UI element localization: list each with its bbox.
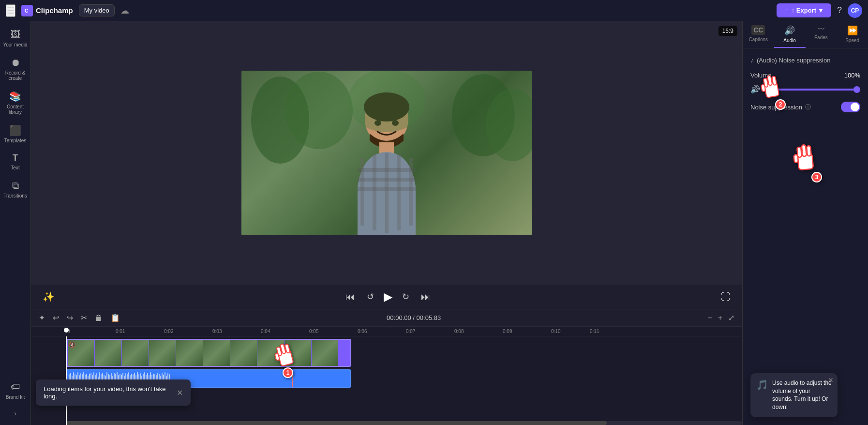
app-logo: C Clipchamp: [21, 5, 73, 16]
panel-section-title: ♪ (Audio) Noise suppression: [750, 56, 860, 64]
timeline-time: 00:00.00 / 00:05.83: [126, 314, 702, 321]
help-button[interactable]: ?: [837, 5, 842, 15]
redo-tool[interactable]: ↪: [65, 312, 75, 323]
user-avatar[interactable]: CP: [848, 3, 862, 18]
fades-tab-label: Fades: [814, 35, 828, 40]
export-chevron: ▾: [819, 7, 823, 14]
brand-kit-icon: 🏷: [11, 381, 20, 393]
right-panel-tabs: CC Captions 🔊 Audio 〰 Fades ⏩ Speed: [743, 21, 868, 48]
menu-button[interactable]: ☰: [6, 4, 15, 17]
loading-toast: Loading items for your video, this won't…: [36, 379, 191, 406]
sidebar-item-brand-kit[interactable]: 🏷 Brand kit: [0, 378, 30, 404]
forward-button[interactable]: ↻: [400, 289, 411, 304]
sidebar-item-content-library[interactable]: 📚 Content library: [0, 87, 30, 119]
auto-save-icon: ☁: [120, 5, 129, 16]
thumb-8: [257, 339, 284, 366]
delete-tool[interactable]: 🗑: [93, 313, 105, 323]
noise-suppression-text: Noise suppression: [750, 104, 802, 111]
export-label: ↑ Export: [792, 7, 816, 14]
ruler-mark-7: 0:07: [406, 329, 415, 334]
scrollbar-thumb: [66, 421, 607, 425]
transitions-label: Transitions: [3, 193, 27, 198]
export-button[interactable]: ↑ ↑ Export ▾: [777, 3, 831, 17]
tooltip-popup: 🎵 Use audio to adjust the volume of your…: [750, 373, 838, 417]
noise-suppression-row: Noise suppression ⓘ: [750, 102, 860, 112]
ruler-mark-11: 0:11: [590, 329, 599, 334]
duplicate-tool[interactable]: 📋: [108, 312, 122, 323]
sidebar-item-text[interactable]: T Text: [0, 149, 30, 174]
sidebar-item-templates[interactable]: ⬛ Templates: [0, 121, 30, 147]
video-track[interactable]: 🔇: [66, 339, 351, 367]
toggle-knob: [851, 103, 859, 111]
video-preview: [241, 71, 532, 235]
video-title[interactable]: My video: [79, 4, 115, 16]
ruler-mark-10: 0:10: [551, 329, 560, 334]
tab-fades[interactable]: 〰 Fades: [806, 21, 837, 48]
tooltip-close-button[interactable]: ✕: [828, 376, 834, 384]
audio-tab-icon: 🔊: [784, 25, 795, 36]
skip-forward-button[interactable]: ⏭: [419, 289, 433, 304]
toast-close-button[interactable]: ✕: [177, 388, 183, 397]
cut-tool[interactable]: ✂: [79, 312, 89, 323]
thumbnail-strip: [67, 340, 339, 366]
current-time: 00:00.00: [387, 314, 411, 321]
thumb-3: [122, 339, 149, 366]
transitions-icon: ⧉: [12, 180, 19, 191]
your-media-label: Your media: [3, 42, 27, 47]
skip-back-button[interactable]: ⏮: [344, 289, 357, 304]
timeline-toolbar: ✦ ↩ ↪ ✂ 🗑 📋 00:00.00 / 00:05.83 − + ⤢: [31, 309, 742, 327]
export-icon: ↑: [785, 7, 789, 14]
thumb-2: [95, 339, 121, 366]
snap-tool[interactable]: ✦: [37, 312, 47, 323]
timeline-ruler: 0 0:01 0:02 0:03 0:04 0:05 0:06 0:07 0:0…: [31, 327, 742, 336]
ruler-mark-3: 0:03: [212, 329, 222, 334]
right-panel-content: ♪ (Audio) Noise suppression Volume 100% …: [743, 48, 868, 373]
sidebar-expand-btn[interactable]: ›: [0, 406, 30, 421]
tab-captions[interactable]: CC Captions: [743, 21, 774, 48]
background-trees: [241, 71, 532, 169]
noise-info-icon[interactable]: ⓘ: [805, 103, 811, 111]
tooltip-emoji: 🎵: [756, 379, 768, 391]
ruler-mark-4: 0:04: [261, 329, 270, 334]
record-icon: ⏺: [11, 57, 20, 68]
templates-label: Templates: [4, 138, 27, 143]
ruler-mark-5: 0:05: [309, 329, 318, 334]
volume-slider-row: 🔊: [750, 85, 860, 94]
volume-label: Volume: [750, 72, 771, 79]
playback-controls: ✨ ⏮ ↺ ▶ ↻ ⏭ ⛶: [31, 285, 742, 309]
play-button[interactable]: ▶: [384, 290, 392, 304]
sidebar-item-transitions[interactable]: ⧉ Transitions: [0, 176, 30, 202]
zoom-controls: − + ⤢: [705, 312, 736, 323]
timeline-scrollbar[interactable]: [66, 421, 742, 425]
undo-tool[interactable]: ↩: [51, 312, 61, 323]
expand-timeline-btn[interactable]: ⤢: [726, 312, 736, 323]
tab-audio[interactable]: 🔊 Audio: [774, 21, 806, 48]
noise-suppression-toggle[interactable]: [841, 102, 860, 112]
sidebar-item-your-media[interactable]: 🖼 Your media: [0, 25, 30, 51]
captions-tab-icon: CC: [751, 25, 765, 35]
magic-edit-button[interactable]: ✨: [41, 289, 57, 304]
ruler-mark-2: 0:02: [164, 329, 173, 334]
aspect-ratio-badge: 16:9: [718, 26, 737, 36]
content-icon: 📚: [9, 91, 21, 102]
volume-slider[interactable]: [764, 89, 860, 91]
zoom-out-btn[interactable]: −: [705, 312, 714, 323]
speed-tab-icon: ⏩: [847, 25, 858, 36]
tab-speed[interactable]: ⏩ Speed: [837, 21, 868, 48]
sidebar-item-record-create[interactable]: ⏺ Record & create: [0, 53, 30, 85]
rewind-button[interactable]: ↺: [365, 289, 376, 304]
slider-thumb[interactable]: [853, 86, 860, 93]
fullscreen-button[interactable]: ⛶: [719, 289, 733, 304]
content-label: Content library: [2, 104, 29, 115]
toast-message: Loading items for your video, this won't…: [44, 385, 172, 400]
volume-icon: 🔊: [750, 85, 760, 94]
record-label: Record & create: [2, 70, 29, 81]
thumb-7: [230, 339, 257, 366]
preview-area: 16:9: [31, 21, 742, 285]
app-name: Clipchamp: [36, 6, 73, 15]
center-area: 16:9: [31, 21, 742, 425]
zoom-in-btn[interactable]: +: [716, 312, 724, 323]
left-sidebar: 🖼 Your media ⏺ Record & create 📚 Content…: [0, 21, 31, 425]
captions-tab-label: Captions: [749, 37, 768, 42]
speed-tab-label: Speed: [845, 38, 859, 43]
